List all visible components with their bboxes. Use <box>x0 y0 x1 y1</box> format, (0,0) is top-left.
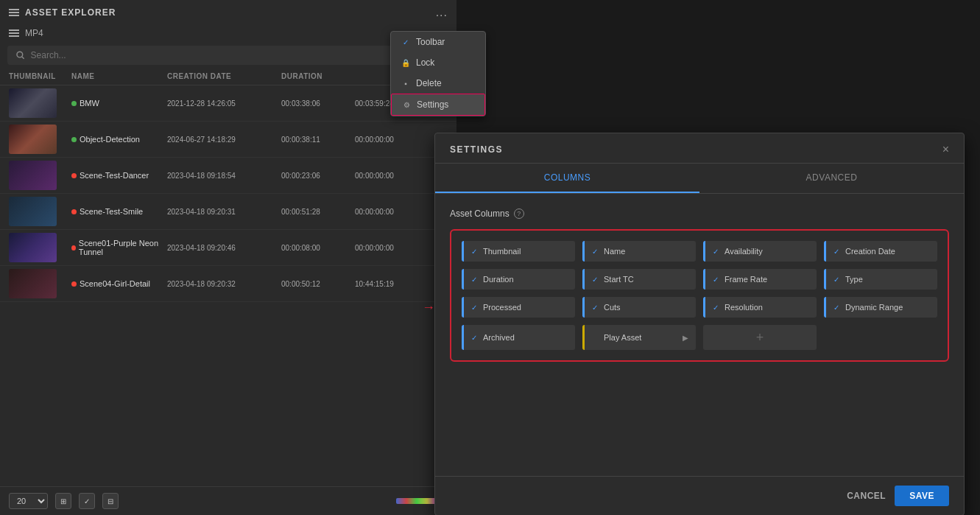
menu-item-settings[interactable]: ⚙ Settings <box>391 94 485 116</box>
select-all-button[interactable]: ✓ <box>79 493 95 509</box>
row-date: 2023-04-18 09:18:54 <box>167 172 281 180</box>
row-name: Scene01-Purple Neon Tunnel <box>71 239 167 256</box>
row-name: Scene-Test-Smile <box>71 207 167 216</box>
table-row[interactable]: Object-Detection 2024-06-27 14:18:29 00:… <box>0 122 456 158</box>
column-item-dynamic-range[interactable]: ✓ Dynamic Range <box>824 297 937 318</box>
menu-item-toolbar-label: Toolbar <box>416 37 445 47</box>
lock-icon: 🔒 <box>401 58 410 67</box>
column-item-cuts[interactable]: ✓ Cuts <box>582 297 696 318</box>
search-icon <box>16 51 25 60</box>
table-row[interactable]: Scene-Test-Dancer 2023-04-18 09:18:54 00… <box>0 158 456 194</box>
col-item-label: Resolution <box>725 303 763 312</box>
row-date: 2021-12-28 14:26:05 <box>167 99 281 108</box>
thumbnail-neon <box>9 233 57 262</box>
col-check-icon: ✓ <box>592 276 599 284</box>
svg-line-1 <box>22 57 24 59</box>
gear-icon: ⚙ <box>402 100 411 109</box>
col-item-label: Name <box>604 247 625 256</box>
column-item-name[interactable]: ✓ Name <box>582 241 696 262</box>
play-arrow-icon: ▶ <box>683 334 688 342</box>
section-label: Asset Columns ? <box>450 209 949 219</box>
status-dot-red <box>71 209 77 214</box>
status-dot-green <box>71 137 77 142</box>
grid-view-button[interactable]: ⊞ <box>55 493 71 509</box>
panel-options-icon[interactable]: ... <box>436 6 448 19</box>
col-item-label: Duration <box>483 275 514 284</box>
pagination-bar: 20 50 100 ⊞ ✓ ⊟ <box>0 486 456 515</box>
col-header-name: NAME <box>71 72 167 80</box>
col-item-label: Thumbnail <box>483 247 521 256</box>
menu-item-lock[interactable]: 🔒 Lock <box>391 52 485 73</box>
column-item-duration[interactable]: ✓ Duration <box>462 269 575 290</box>
col-item-label: Creation Date <box>845 247 895 256</box>
per-page-select[interactable]: 20 50 100 <box>9 493 48 509</box>
cancel-button[interactable]: CANCEL <box>847 491 886 501</box>
col-header-date: CREATION DATE <box>167 72 281 80</box>
panel-header: ASSET EXPLORER ... <box>0 0 456 25</box>
col-item-label: Archived <box>483 333 515 342</box>
status-dot-red <box>71 245 76 251</box>
panel-subtitle: MP4 <box>0 25 456 43</box>
col-check-icon: ✓ <box>713 304 720 312</box>
column-item-resolution[interactable]: ✓ Resolution <box>703 297 817 318</box>
col-item-label: Cuts <box>604 303 621 312</box>
column-item-creation-date[interactable]: ✓ Creation Date <box>824 241 937 262</box>
thumbnail-smile <box>9 197 57 226</box>
menu-item-toolbar[interactable]: ✓ Toolbar <box>391 32 485 52</box>
tab-advanced[interactable]: ADVANCED <box>699 164 964 193</box>
column-item-start-tc[interactable]: ✓ Start TC <box>582 269 696 290</box>
column-item-type[interactable]: ✓ Type <box>824 269 937 290</box>
row-duration: 00:00:50:12 <box>281 280 355 288</box>
column-item-processed[interactable]: ✓ Processed <box>462 297 575 318</box>
asset-explorer-panel: ASSET EXPLORER ... MP4 THUMBNAIL NAME CR… <box>0 0 456 515</box>
col-check-icon: ✓ <box>833 276 841 284</box>
modal-footer: CANCEL SAVE <box>435 476 964 515</box>
col-check-icon: ✓ <box>471 276 479 284</box>
column-item-archived[interactable]: ✓ Archived <box>462 325 575 350</box>
col-check-icon: ✓ <box>833 304 841 312</box>
row-name: Scene04-Girl-Detail <box>71 279 167 288</box>
menu-item-settings-label: Settings <box>417 99 448 110</box>
table-header: THUMBNAIL NAME CREATION DATE DURATION <box>0 68 456 85</box>
info-icon[interactable]: ? <box>514 209 524 219</box>
context-menu: ✓ Toolbar 🔒 Lock ▪ Delete ⚙ Settings <box>390 31 486 116</box>
col-check-icon: ✓ <box>592 248 599 256</box>
subtitle-menu-icon[interactable] <box>9 29 19 37</box>
column-item-availability[interactable]: ✓ Availability <box>703 241 817 262</box>
menu-item-delete[interactable]: ▪ Delete <box>391 73 485 94</box>
modal-close-button[interactable]: × <box>942 144 949 155</box>
column-item-play-asset[interactable]: Play Asset ▶ <box>582 325 696 350</box>
thumbnail-girl <box>9 269 57 298</box>
row-date: 2023-04-18 09:20:46 <box>167 244 281 252</box>
hamburger-icon[interactable] <box>9 9 19 16</box>
table-row[interactable]: BMW 2021-12-28 14:26:05 00:03:38:06 00:0… <box>0 85 456 122</box>
modal-title: SETTINGS <box>450 144 503 155</box>
column-item-thumbnail[interactable]: ✓ Thumbnail <box>462 241 575 262</box>
status-dot-red <box>71 281 77 287</box>
table-row[interactable]: Scene-Test-Smile 2023-04-18 09:20:31 00:… <box>0 194 456 230</box>
row-name: Object-Detection <box>71 135 167 144</box>
col-item-label: Play Asset <box>604 333 641 342</box>
column-item-frame-rate[interactable]: ✓ Frame Rate <box>703 269 817 290</box>
connector-arrow: → <box>422 300 435 315</box>
col-item-label: Start TC <box>604 275 634 284</box>
col-item-label: Type <box>845 275 863 284</box>
tab-columns[interactable]: COLUMNS <box>435 164 699 193</box>
status-dot-green <box>71 101 77 106</box>
table-row[interactable]: Scene04-Girl-Detail 2023-04-18 09:20:32 … <box>0 266 456 302</box>
status-dot-red <box>71 173 77 178</box>
table-row[interactable]: Scene01-Purple Neon Tunnel 2023-04-18 09… <box>0 230 456 266</box>
modal-body: Asset Columns ? ✓ Thumbnail ✓ Name ✓ Ava… <box>435 194 964 476</box>
row-duration: 00:00:08:00 <box>281 244 355 252</box>
col-check-icon: ✓ <box>713 248 720 256</box>
row-date: 2023-04-18 09:20:32 <box>167 280 281 288</box>
save-button[interactable]: SAVE <box>895 486 949 506</box>
add-column-button[interactable]: + <box>703 325 817 350</box>
panel-title-text: ASSET EXPLORER <box>25 7 116 18</box>
export-button[interactable]: ⊟ <box>102 493 119 509</box>
add-icon: + <box>756 330 764 346</box>
asset-table-body: BMW 2021-12-28 14:26:05 00:03:38:06 00:0… <box>0 85 456 486</box>
search-input[interactable] <box>31 50 440 60</box>
row-date: 2024-06-27 14:18:29 <box>167 136 281 144</box>
col-check-icon: ✓ <box>713 276 720 284</box>
